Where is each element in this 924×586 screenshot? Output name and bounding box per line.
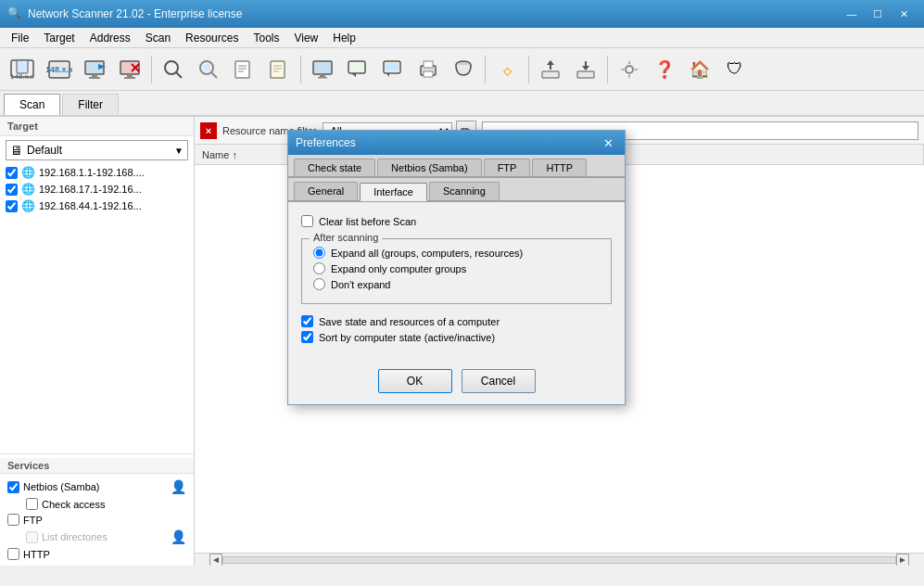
tab-ftp[interactable]: FTP [484,159,531,176]
radio-dont-expand-label: Don't expand [331,279,390,290]
clear-list-row: Clear list before Scan [301,215,612,227]
footer-checks: Save state and resources of a computer S… [301,315,612,343]
radio-expand-groups-label: Expand only computer groups [331,263,466,274]
radio-expand-groups-input[interactable] [313,262,325,274]
radio-expand-all: Expand all (groups, computers, resources… [313,247,600,259]
radio-dont-expand-input[interactable] [313,278,325,290]
dialog-close-button[interactable]: ✕ [599,134,617,151]
clear-list-checkbox[interactable] [301,215,313,227]
clear-list-label: Clear list before Scan [319,216,416,227]
cancel-button[interactable]: Cancel [462,369,536,393]
dialog-title: Preferences [296,136,599,149]
ok-button[interactable]: OK [378,369,452,393]
tab-scanning[interactable]: Scanning [429,182,500,200]
sort-label: Sort by computer state (active/inactive) [319,332,495,343]
dialog-buttons: OK Cancel [288,362,625,404]
save-state-label: Save state and resources of a computer [319,316,500,327]
tab-check-state[interactable]: Check state [294,159,375,176]
radio-dont-expand: Don't expand [313,278,600,290]
preferences-dialog: Preferences ✕ Check state Netbios (Samba… [287,130,626,405]
tab-interface[interactable]: Interface [360,183,427,201]
tab-general[interactable]: General [294,182,358,200]
tab-http[interactable]: HTTP [532,159,587,176]
radio-expand-groups: Expand only computer groups [313,262,600,274]
sort-row: Sort by computer state (active/inactive) [301,331,612,343]
radio-expand-all-label: Expand all (groups, computers, resources… [331,248,523,259]
after-scanning-label: After scanning [310,232,382,243]
after-scanning-group: After scanning Expand all (groups, compu… [301,238,612,304]
save-state-row: Save state and resources of a computer [301,315,612,327]
sort-checkbox[interactable] [301,331,313,343]
tab-netbios[interactable]: Netbios (Samba) [377,159,482,176]
dialog-tab-row-2: General Interface Scanning [288,178,625,202]
dialog-content: Clear list before Scan After scanning Ex… [288,202,625,362]
radio-expand-all-input[interactable] [313,247,325,259]
dialog-tab-row-1: Check state Netbios (Samba) FTP HTTP [288,155,625,178]
save-state-checkbox[interactable] [301,315,313,327]
dialog-titlebar: Preferences ✕ [288,131,625,155]
